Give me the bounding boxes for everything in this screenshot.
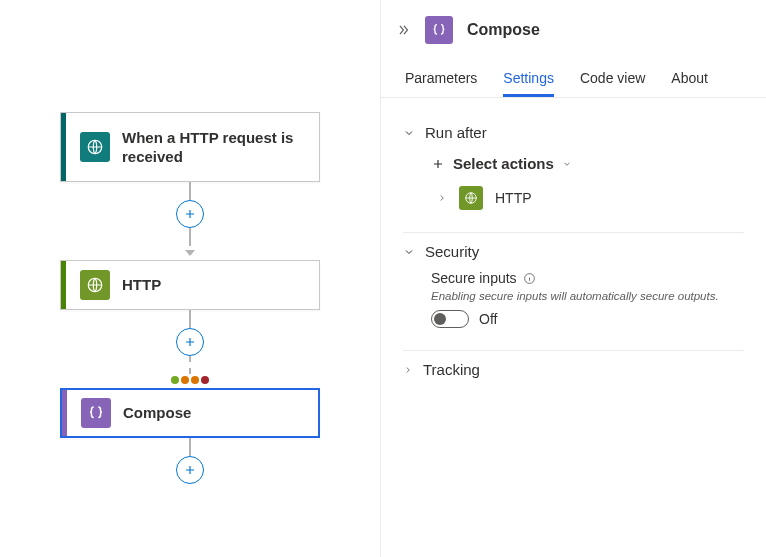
node-accent bbox=[62, 390, 67, 436]
node-accent bbox=[61, 261, 66, 309]
chevron-down-icon bbox=[403, 246, 415, 258]
toggle-knob bbox=[434, 313, 446, 325]
secure-inputs-toggle-row: Off bbox=[431, 310, 744, 328]
status-dot bbox=[191, 376, 199, 384]
connector-line-dashed bbox=[189, 356, 191, 374]
status-dot bbox=[181, 376, 189, 384]
tab-code-view[interactable]: Code view bbox=[580, 64, 645, 97]
collapse-panel-icon[interactable] bbox=[397, 23, 411, 37]
toggle-state-label: Off bbox=[479, 311, 497, 327]
chevron-down-icon bbox=[403, 127, 415, 139]
flow-node-http[interactable]: HTTP bbox=[60, 260, 320, 310]
panel-body: Run after Select actions bbox=[381, 98, 766, 406]
panel-header: Compose bbox=[381, 0, 766, 64]
details-panel: Compose Parameters Settings Code view Ab… bbox=[380, 0, 766, 557]
section-header-run-after[interactable]: Run after bbox=[403, 124, 744, 141]
connector-line bbox=[189, 438, 191, 456]
secure-inputs-label: Secure inputs bbox=[431, 270, 744, 286]
chevron-down-icon bbox=[562, 159, 572, 169]
node-title: Compose bbox=[123, 403, 318, 423]
connector bbox=[171, 310, 209, 388]
section-title: Tracking bbox=[423, 361, 480, 378]
flow-node-trigger[interactable]: When a HTTP request is received bbox=[60, 112, 320, 182]
secure-inputs-toggle[interactable] bbox=[431, 310, 469, 328]
secure-inputs-help: Enabling secure inputs will automaticall… bbox=[431, 290, 744, 302]
add-step-button[interactable] bbox=[176, 200, 204, 228]
run-after-body: Select actions HTTP bbox=[403, 155, 744, 210]
arrow-icon bbox=[185, 242, 195, 260]
run-after-item[interactable]: HTTP bbox=[437, 186, 744, 210]
tab-settings[interactable]: Settings bbox=[503, 64, 554, 97]
panel-tabs: Parameters Settings Code view About bbox=[381, 64, 766, 98]
info-icon[interactable] bbox=[523, 272, 536, 285]
run-after-status-dots bbox=[171, 376, 209, 384]
globe-icon bbox=[80, 132, 110, 162]
field-label-text: Secure inputs bbox=[431, 270, 517, 286]
add-step-button[interactable] bbox=[176, 456, 204, 484]
run-after-item-label: HTTP bbox=[495, 190, 532, 206]
flow-column: When a HTTP request is received HT bbox=[0, 112, 380, 484]
select-actions-button[interactable]: Select actions bbox=[431, 155, 744, 172]
app-root: When a HTTP request is received HT bbox=[0, 0, 766, 557]
connector bbox=[176, 182, 204, 260]
panel-title: Compose bbox=[467, 21, 540, 39]
connector bbox=[176, 438, 204, 484]
connector-line bbox=[189, 182, 191, 200]
connector-line bbox=[189, 310, 191, 328]
section-title: Run after bbox=[425, 124, 487, 141]
chevron-right-icon bbox=[437, 193, 447, 203]
section-header-security[interactable]: Security bbox=[403, 243, 744, 260]
node-accent bbox=[61, 113, 66, 181]
globe-icon bbox=[459, 186, 483, 210]
node-title: When a HTTP request is received bbox=[122, 128, 319, 167]
flow-node-compose[interactable]: Compose bbox=[60, 388, 320, 438]
section-run-after: Run after Select actions bbox=[403, 114, 744, 233]
tab-parameters[interactable]: Parameters bbox=[405, 64, 477, 97]
braces-icon bbox=[81, 398, 111, 428]
add-step-button[interactable] bbox=[176, 328, 204, 356]
section-tracking: Tracking bbox=[403, 351, 744, 390]
status-dot bbox=[201, 376, 209, 384]
node-title: HTTP bbox=[122, 275, 319, 295]
braces-icon bbox=[425, 16, 453, 44]
section-title: Security bbox=[425, 243, 479, 260]
select-actions-label: Select actions bbox=[453, 155, 554, 172]
flow-canvas: When a HTTP request is received HT bbox=[0, 0, 380, 557]
section-header-tracking[interactable]: Tracking bbox=[403, 361, 744, 378]
chevron-right-icon bbox=[403, 365, 413, 375]
section-security: Security Secure inputs Enabling secure i… bbox=[403, 233, 744, 351]
status-dot bbox=[171, 376, 179, 384]
tab-about[interactable]: About bbox=[671, 64, 708, 97]
plus-icon bbox=[431, 157, 445, 171]
globe-icon bbox=[80, 270, 110, 300]
